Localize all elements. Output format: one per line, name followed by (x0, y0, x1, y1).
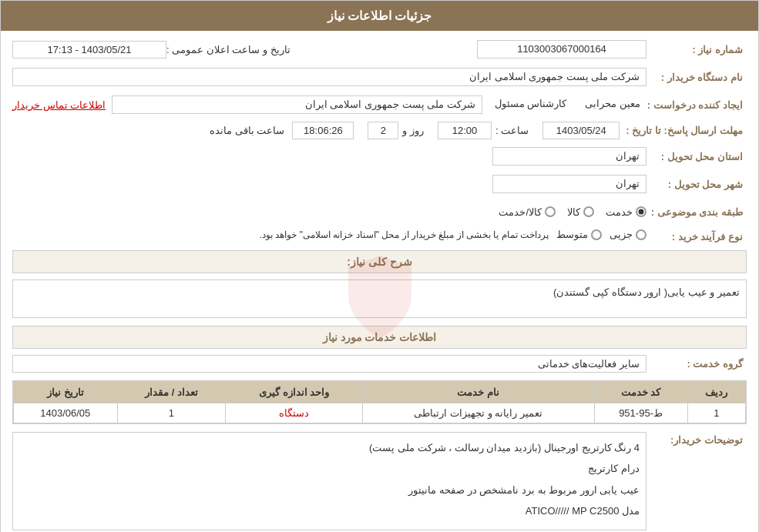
deadline-days: 2 (368, 122, 398, 139)
deadline-date: 1403/05/24 (542, 122, 620, 139)
category-radio-both (545, 206, 556, 217)
process-row: نوع فرآیند خرید : جزیی متوسط پرداخت تمام… (12, 229, 747, 243)
category-row: طبقه بندی موضوعی : خدمت کالا کالا/خدمت (12, 201, 747, 223)
process-option-partial[interactable]: جزیی (610, 229, 646, 240)
col-date: تاریخ نیاز (14, 382, 118, 403)
cell-row-num: 1 (687, 403, 745, 423)
buyer-org-value: شرکت ملی پست جمهوری اسلامی ایران (12, 68, 646, 86)
buyer-notes-row: توضیحات خریدار: 4 رنگ کارتریج اورجینال (… (12, 432, 747, 530)
category-option-goods[interactable]: کالا (567, 206, 594, 218)
table-header-row: ردیف کد خدمت نام خدمت واحد اندازه گیری ت… (14, 382, 746, 403)
category-goods-label: کالا (567, 206, 580, 218)
buyer-notes-label: توضیحات خریدار: (646, 432, 747, 446)
deadline-days-label: روز و (402, 125, 424, 136)
col-row-num: ردیف (687, 382, 745, 403)
need-number-value: 1103003067000164 (477, 40, 646, 59)
need-desc-container: A تعمیر و عیب یابی( ارور دستگاه کپی گستن… (12, 279, 747, 318)
notes-line: درام کارتریج (19, 460, 640, 477)
city-value: تهران (492, 175, 646, 193)
category-label: طبقه بندی موضوعی : (646, 206, 747, 218)
buyer-org-label: نام دستگاه خریدار : (646, 72, 747, 83)
col-unit: واحد اندازه گیری (226, 382, 362, 403)
notes-line: عیب یابی ارور مربوط به برد نامشخص در صفح… (19, 481, 640, 499)
need-desc-value: تعمیر و عیب یابی( ارور دستگاه کپی گستندن… (553, 286, 740, 298)
process-radio-partial (636, 229, 646, 240)
province-row: استان محل تحویل : تهران (12, 146, 747, 167)
category-both-label: کالا/خدمت (499, 206, 542, 218)
city-label: شهر محل تحویل : (646, 179, 747, 190)
cell-date: 1403/06/05 (14, 403, 118, 423)
notes-line: 4 رنگ کارتریج اورجینال (بازدید میدان رسا… (19, 439, 640, 457)
service-group-label: گروه خدمت : (646, 358, 747, 370)
need-desc-title: شرح کلی نیاز: (347, 256, 411, 268)
province-label: استان محل تحویل : (646, 151, 747, 162)
province-value: تهران (492, 147, 646, 166)
buyer-org-row: نام دستگاه خریدار : شرکت ملی پست جمهوری … (12, 66, 747, 88)
table-row: 1 ط-95-951 تعمیر رایانه و تجهیزات ارتباط… (14, 403, 746, 423)
category-option-both[interactable]: کالا/خدمت (499, 206, 556, 218)
page-header: جزئیات اطلاعات نیاز (1, 1, 758, 31)
notes-line: مدل ATICO///// MP C2500 (19, 502, 640, 520)
creator-label: ایجاد کننده درخواست : (646, 99, 747, 111)
services-section-title: اطلاعات خدمات مورد نیاز (12, 326, 747, 349)
category-radio-group: خدمت کالا کالا/خدمت (12, 206, 646, 218)
need-desc-section-title: شرح کلی نیاز: (12, 250, 747, 273)
process-options: جزیی متوسط پرداخت تمام یا بخشی از مبلغ خ… (260, 229, 646, 240)
announce-date-label: تاریخ و ساعت اعلان عمومی : (166, 44, 291, 55)
col-quantity: تعداد / مقدار (117, 382, 226, 403)
cell-unit: دستگاه (226, 403, 362, 423)
category-service-label: خدمت (606, 206, 633, 218)
creator-row: ایجاد کننده درخواست : معین محرابی کارشنا… (12, 94, 747, 115)
cell-service-code: ط-95-951 (594, 403, 687, 423)
process-radio-medium (591, 229, 602, 240)
deadline-row: مهلت ارسال پاسخ: تا تاریخ : 1403/05/24 س… (12, 122, 747, 139)
creator-org: شرکت ملی پست جمهوری اسلامی ایران (112, 95, 482, 114)
process-note: پرداخت تمام یا بخشی از مبلغ خریدار از مح… (260, 229, 549, 240)
creator-expert: معین محرابی (579, 95, 646, 114)
svg-text:A: A (376, 296, 384, 309)
deadline-time-label: ساعت : (495, 125, 529, 136)
remaining-label: ساعت باقی مانده (210, 125, 284, 136)
process-label: نوع فرآیند خرید : (646, 229, 747, 243)
need-desc-box: A تعمیر و عیب یابی( ارور دستگاه کپی گستن… (12, 279, 747, 318)
category-option-service[interactable]: خدمت (606, 206, 646, 218)
services-table: ردیف کد خدمت نام خدمت واحد اندازه گیری ت… (13, 381, 746, 423)
city-row: شهر محل تحویل : تهران (12, 173, 747, 195)
process-partial-label: جزیی (610, 229, 633, 240)
process-medium-label: متوسط (556, 229, 588, 240)
process-option-medium[interactable]: متوسط (556, 229, 602, 240)
announce-date-value: 1403/05/21 - 17:13 (12, 41, 166, 59)
buyer-notes-box: 4 رنگ کارتریج اورجینال (بازدید میدان رسا… (12, 432, 646, 530)
page-title: جزئیات اطلاعات نیاز (327, 9, 432, 22)
creator-role: کارشناس مسئول (489, 95, 573, 114)
services-table-container: ردیف کد خدمت نام خدمت واحد اندازه گیری ت… (12, 380, 747, 424)
deadline-label: مهلت ارسال پاسخ: تا تاریخ : (626, 125, 747, 136)
need-number-label: شماره نیاز : (646, 44, 747, 55)
col-service-name: نام خدمت (362, 382, 594, 403)
service-group-row: گروه خدمت : سایر فعالیت‌های خدماتی (12, 355, 747, 373)
cell-service-name: تعمیر رایانه و تجهیزات ارتباطی (362, 403, 594, 423)
cell-quantity: 1 (117, 403, 226, 423)
contact-link[interactable]: اطلاعات تماس خریدار (12, 99, 106, 111)
remaining-time: 18:06:26 (292, 122, 354, 139)
need-number-row: شماره نیاز : 1103003067000164 تاریخ و سا… (12, 38, 747, 60)
services-title: اطلاعات خدمات مورد نیاز (323, 331, 437, 343)
category-radio-service (636, 206, 646, 217)
category-radio-goods (583, 206, 594, 217)
service-group-value: سایر فعالیت‌های خدماتی (12, 355, 646, 373)
col-service-code: کد خدمت (594, 382, 687, 403)
deadline-time: 12:00 (438, 122, 492, 139)
